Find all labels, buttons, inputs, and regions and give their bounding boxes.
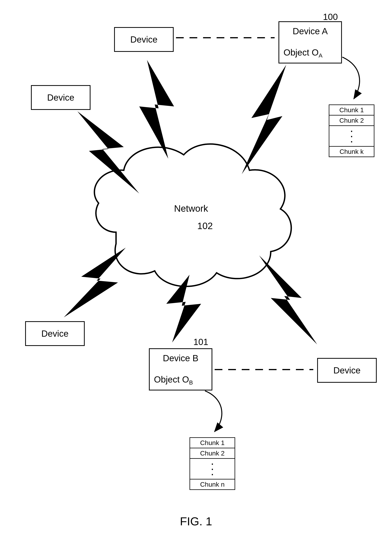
device-label: Device: [130, 34, 158, 45]
svg-marker-3: [64, 248, 126, 317]
device-b: Device B Object OB: [149, 348, 212, 390]
chunk-row: Chunk k: [329, 147, 374, 156]
chunk-row: Chunk 1: [329, 105, 374, 115]
device-bottom-left: Device: [25, 321, 85, 346]
svg-marker-2: [242, 65, 286, 174]
device-b-object: Object OB: [154, 374, 193, 386]
chunk-table-b: Chunk 1 Chunk 2 ··· Chunk n: [190, 437, 235, 490]
network-ref: 102: [197, 221, 213, 231]
svg-marker-4: [166, 275, 201, 343]
chunk-row: Chunk n: [190, 479, 235, 489]
device-a-ref: 100: [323, 12, 338, 22]
diagram-stage: Network 102 Device 100 Device A Object O…: [0, 0, 392, 541]
device-label: Device: [47, 92, 74, 103]
chunk-gap: ···: [190, 459, 235, 479]
device-b-title: Device B: [150, 353, 211, 363]
device-a-object-sub: A: [319, 52, 323, 59]
svg-marker-1: [139, 60, 174, 159]
device-label: Device: [333, 365, 361, 375]
device-label: Device: [41, 328, 69, 339]
connection-bolts: [64, 60, 317, 344]
device-b-object-sub: B: [189, 379, 193, 386]
device-a: Device A Object OA: [279, 21, 342, 63]
device-bottom-right: Device: [317, 358, 377, 383]
chunk-gap: ···: [329, 126, 374, 147]
figure-label: FIG. 1: [0, 515, 392, 528]
chunk-row: Chunk 1: [190, 438, 235, 448]
device-top-left: Device: [31, 85, 91, 110]
device-a-object: Object OA: [284, 47, 323, 59]
device-b-object-prefix: Object O: [154, 375, 189, 385]
network-cloud: [94, 144, 291, 286]
svg-marker-5: [259, 255, 317, 344]
network-label: Network: [174, 203, 208, 214]
device-a-title: Device A: [279, 26, 341, 36]
device-top: Device: [114, 27, 174, 52]
svg-marker-0: [77, 111, 139, 193]
device-a-object-prefix: Object O: [284, 47, 319, 57]
device-b-ref: 101: [193, 337, 208, 347]
chunk-table-a: Chunk 1 Chunk 2 ··· Chunk k: [329, 104, 374, 157]
